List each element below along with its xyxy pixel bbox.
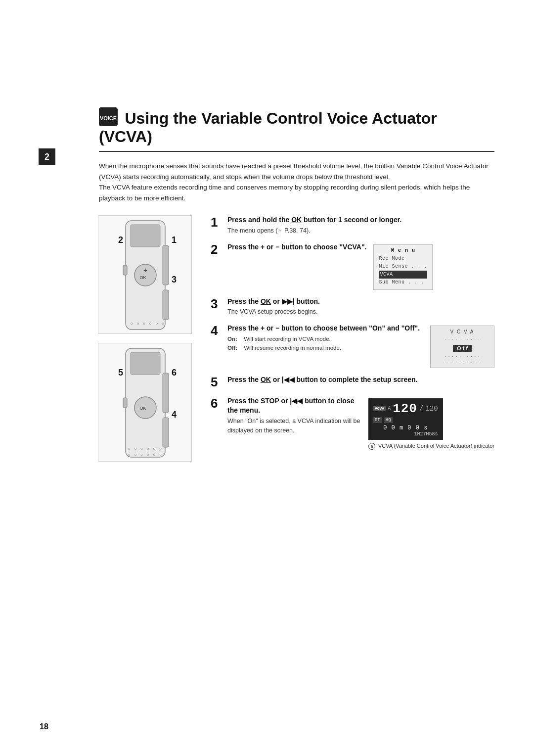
step-5-title: Press the OK or |◀◀ button to complete t…: [227, 375, 494, 385]
voice-icon: VOICE: [99, 107, 118, 126]
step-1-sub: The menu opens (☞ P.38, 74).: [227, 226, 494, 236]
title-area: VOICE Using the Variable Control Voice A…: [99, 109, 494, 152]
svg-text:5: 5: [118, 368, 123, 378]
step-5: 5 Press the OK or |◀◀ button to complete…: [211, 375, 494, 389]
step-2-title: Press the + or − button to choose "VCVA"…: [227, 242, 366, 252]
step-3-title: Press the OK or ▶▶| button.: [227, 297, 494, 307]
page-title: Using the Variable Control Voice Actuato…: [99, 109, 437, 146]
step-3-content: Press the OK or ▶▶| button. The VCVA set…: [227, 297, 494, 317]
device-images: 2 1 + OK 3 o o o o o o: [98, 215, 197, 462]
step-1-content: Press and hold the OK button for 1 secon…: [227, 215, 494, 235]
svg-text:3: 3: [172, 275, 177, 284]
step-5-content: Press the OK or |◀◀ button to complete t…: [227, 375, 494, 385]
svg-rect-15: [131, 352, 160, 375]
step-4-title: Press the + or − button to choose betwee…: [227, 324, 423, 333]
device-image-top: 2 1 + OK 3 o o o o o o: [98, 215, 192, 334]
svg-rect-3: [131, 225, 160, 247]
section-badge: 2: [39, 148, 55, 165]
svg-text:2: 2: [118, 235, 123, 245]
page-number: 18: [40, 722, 48, 731]
svg-rect-21: [123, 398, 127, 408]
svg-rect-13: [163, 290, 169, 320]
indicator-note: a VCVA (Variable Control Voice Actuator)…: [368, 443, 494, 450]
step-5-number: 5: [211, 375, 222, 389]
svg-text:+: +: [143, 266, 147, 274]
svg-rect-24: [163, 373, 169, 413]
svg-text:OK: OK: [139, 275, 146, 280]
step-4-number: 4: [211, 324, 222, 338]
step-6-content: Press the STOP or |◀◀ button to close th…: [227, 396, 494, 450]
step-3-sub: The VCVA setup process begins.: [227, 307, 494, 317]
counter-display: VCVA A 120 / 120 ST HQ 0: [368, 396, 494, 450]
intro-text: When the microphone senses that sounds h…: [99, 161, 494, 203]
svg-text:1: 1: [172, 235, 177, 245]
svg-rect-12: [163, 245, 169, 285]
step-2-number: 2: [211, 242, 222, 257]
svg-text:o o o o o o: o o o o o o: [128, 446, 163, 451]
svg-text:o o o o o o: o o o o o o: [128, 452, 163, 457]
svg-text:o o o o o o: o o o o o o: [131, 321, 166, 326]
step-6-number: 6: [211, 396, 222, 411]
svg-text:OK: OK: [139, 406, 146, 411]
step-3-number: 3: [211, 297, 222, 311]
svg-text:VOICE: VOICE: [100, 115, 117, 121]
step-4: 4 Press the + or − button to choose betw…: [211, 324, 494, 368]
step-1-title: Press and hold the OK button for 1 secon…: [227, 215, 494, 225]
step-1: 1 Press and hold the OK button for 1 sec…: [211, 215, 494, 235]
step-6-sub: When "On" is selected, a VCVA indication…: [227, 417, 361, 435]
svg-rect-10: [123, 265, 127, 275]
vcva-display: V C V A · · · · · · · · · · O f f · · · …: [430, 324, 494, 368]
step-2-content: Press the + or − button to choose "VCVA"…: [227, 242, 494, 290]
step-2: 2 Press the + or − button to choose "VCV…: [211, 242, 494, 290]
svg-text:4: 4: [172, 410, 177, 420]
step-4-content: Press the + or − button to choose betwee…: [227, 324, 494, 368]
menu-display: M e n u Rec Mode Mic Sense . . . VCVA Su…: [373, 242, 433, 290]
main-content: 2 1 + OK 3 o o o o o o: [98, 215, 494, 462]
svg-rect-25: [163, 418, 169, 447]
step-4-sub: On: Will start recording in VCVA mode. O…: [227, 334, 423, 353]
step-6-title: Press the STOP or |◀◀ button to close th…: [227, 396, 361, 416]
steps-column: 1 Press and hold the OK button for 1 sec…: [211, 215, 494, 452]
svg-text:6: 6: [172, 368, 177, 378]
step-6: 6 Press the STOP or |◀◀ button to close …: [211, 396, 494, 450]
step-3: 3 Press the OK or ▶▶| button. The VCVA s…: [211, 297, 494, 317]
step-1-number: 1: [211, 215, 222, 230]
device-image-bottom: 5 6 OK 4 o o o o o o o o o o o o: [98, 343, 192, 462]
